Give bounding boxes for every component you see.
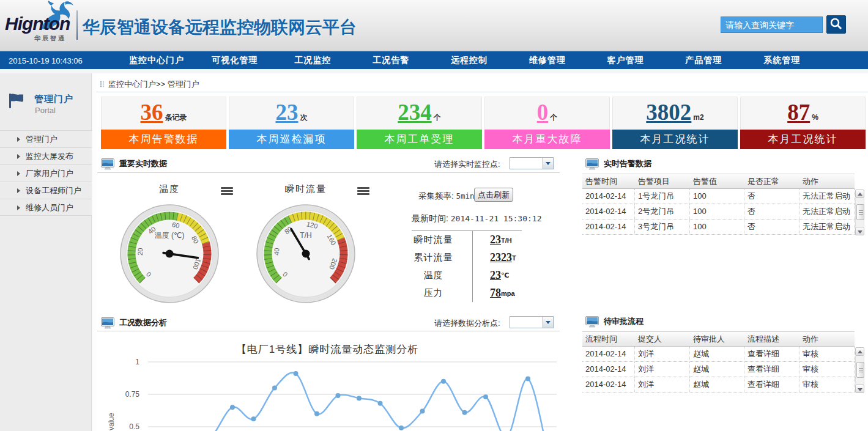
gauge-title-temperature: 温度 <box>127 183 212 195</box>
scroll-down-icon[interactable] <box>855 227 864 235</box>
scroll-track[interactable] <box>855 198 864 227</box>
triangle-bullet-icon <box>17 137 20 142</box>
table-cell: 否 <box>744 189 799 204</box>
search-input[interactable] <box>721 17 823 33</box>
sidebar-item-4[interactable]: 维修人员门户 <box>0 199 92 216</box>
svg-text:0.75: 0.75 <box>125 390 140 399</box>
stat-card-0[interactable]: 36条记录本周告警数据 <box>101 97 226 149</box>
nav-item-5[interactable]: 维修管理 <box>508 51 587 69</box>
scroll-down-icon[interactable] <box>855 385 864 393</box>
sidebar-item-2[interactable]: 厂家用户门户 <box>0 164 92 182</box>
stat-unit: % <box>812 113 818 122</box>
stat-value: 0 <box>537 100 549 125</box>
stat-banner[interactable]: 本月重大故障 <box>484 130 610 149</box>
gauge-menu-icon[interactable] <box>221 187 233 195</box>
table-row: 2014-02-14刘洋赵城查看详细审核 <box>582 377 855 392</box>
table-cell: 查看详细 <box>744 347 799 361</box>
svg-text:T/H: T/H <box>300 231 311 240</box>
readings-list: 瞬时流量23T/H累计流量2323T温度23℃压力78mpa <box>395 231 541 302</box>
nav-item-6[interactable]: 客户管理 <box>587 51 665 69</box>
table-header: 流程时间提交人待审批人流程描述动作 <box>582 331 855 347</box>
gauge-title-flow: 瞬时流量 <box>260 183 352 195</box>
analysis-select-label: 请选择数据分析点: <box>434 318 500 329</box>
nav-item-1[interactable]: 可视化管理 <box>196 51 274 69</box>
gauge-menu-icon[interactable] <box>357 187 369 195</box>
sidebar-item-0[interactable]: 管理门户 <box>0 130 92 147</box>
table-cell: 2014-02-14 <box>582 189 635 204</box>
table-row: 2014-02-14刘洋赵城查看详细审核 <box>582 347 855 362</box>
column-header: 动作 <box>799 332 855 346</box>
stat-banner[interactable]: 本周告警数据 <box>101 130 226 149</box>
stat-value: 3802 <box>646 100 691 125</box>
reading-row: 温度23℃ <box>395 267 541 284</box>
nav-item-0[interactable]: 监控中心门户 <box>117 51 196 69</box>
monitor-select-label: 请选择实时监控点: <box>434 159 500 170</box>
select-arrow-icon[interactable] <box>543 158 553 169</box>
svg-text:40: 40 <box>273 248 281 256</box>
stat-unit: 个 <box>550 113 557 122</box>
stat-card-2[interactable]: 234个本周工单受理 <box>357 97 482 149</box>
stat-value: 234 <box>398 100 432 125</box>
svg-text:温度 (℃): 温度 (℃) <box>155 231 185 240</box>
table-cell: 刘洋 <box>635 377 690 392</box>
refresh-button[interactable]: 点击刷新 <box>474 188 513 202</box>
flag-icon <box>8 93 26 109</box>
table-row: 2014-02-142号龙门吊100否无法正常启动 <box>582 204 855 219</box>
stat-unit: 条记录 <box>165 113 187 122</box>
scroll-up-icon[interactable] <box>855 347 864 356</box>
divider <box>97 331 560 331</box>
page-title: 华辰智通设备远程监控物联网云平台 <box>83 16 357 39</box>
nav-item-2[interactable]: 工况监控 <box>274 51 352 69</box>
section-approval-header: 待审批流程 <box>585 314 644 329</box>
table-cell: 无法正常启动 <box>799 189 855 204</box>
stat-banner[interactable]: 本周巡检漏项 <box>229 130 354 149</box>
frequency-row: 采集频率: 5min <box>418 191 475 202</box>
triangle-bullet-icon <box>17 171 20 176</box>
monitor-point-select[interactable] <box>510 157 554 169</box>
stat-card-5[interactable]: 87%本月工况统计 <box>740 97 866 149</box>
table-cell: 刘洋 <box>635 362 690 377</box>
scroll-thumb[interactable] <box>856 204 864 220</box>
scroll-track[interactable] <box>855 356 864 385</box>
alarm-table-scrollbar[interactable] <box>855 190 864 235</box>
logo-divider <box>76 10 78 40</box>
stat-banner[interactable]: 本月工况统计 <box>740 130 866 149</box>
sidebar-item-1[interactable]: 监控大屏发布 <box>0 147 92 164</box>
table-cell: 刘洋 <box>635 347 690 361</box>
divider <box>96 92 868 92</box>
nav-item-8[interactable]: 系统管理 <box>743 51 821 69</box>
nav-item-7[interactable]: 产品管理 <box>664 51 743 69</box>
table-cell: 否 <box>744 204 799 219</box>
stat-card-3[interactable]: 0个本月重大故障 <box>484 97 610 149</box>
table-cell: 2014-02-14 <box>582 362 635 377</box>
stat-cards-row: 36条记录本周告警数据23次本周巡检漏项234个本周工单受理0个本月重大故障38… <box>101 97 866 149</box>
stat-card-1[interactable]: 23次本周巡检漏项 <box>229 97 354 149</box>
table-cell: 审核 <box>799 347 855 361</box>
analysis-point-select[interactable] <box>510 316 554 328</box>
nav-item-3[interactable]: 工况告警 <box>352 51 430 69</box>
table-cell: 查看详细 <box>744 377 799 392</box>
flow-line-chart: 10.750.5value <box>105 355 558 431</box>
reading-row: 瞬时流量23T/H <box>395 231 541 249</box>
svg-text:20: 20 <box>136 248 144 256</box>
stat-card-4[interactable]: 3802m2本月工况统计 <box>612 97 738 149</box>
stat-banner[interactable]: 本周工单受理 <box>357 130 482 149</box>
table-cell: 2号龙门吊 <box>635 204 690 219</box>
table-cell: 2014-02-14 <box>582 219 635 234</box>
sidebar-item-3[interactable]: 设备工程师门户 <box>0 182 92 199</box>
scroll-up-icon[interactable] <box>855 190 864 198</box>
portal-subtitle: Portal <box>35 106 56 115</box>
search-button[interactable] <box>826 15 846 34</box>
stat-value: 23 <box>276 100 299 125</box>
section-title: 工况数据分析 <box>119 317 167 328</box>
scroll-thumb[interactable] <box>856 362 864 378</box>
nav-item-4[interactable]: 远程控制 <box>430 51 508 69</box>
stat-banner[interactable]: 本月工况统计 <box>612 130 738 149</box>
approval-table-scrollbar[interactable] <box>855 347 864 393</box>
select-arrow-icon[interactable] <box>543 317 553 328</box>
table-cell: 赵城 <box>690 362 744 377</box>
stat-unit: 个 <box>434 113 441 122</box>
svg-text:60: 60 <box>171 221 180 229</box>
monitor-icon <box>101 317 114 329</box>
stat-unit: m2 <box>693 113 703 122</box>
